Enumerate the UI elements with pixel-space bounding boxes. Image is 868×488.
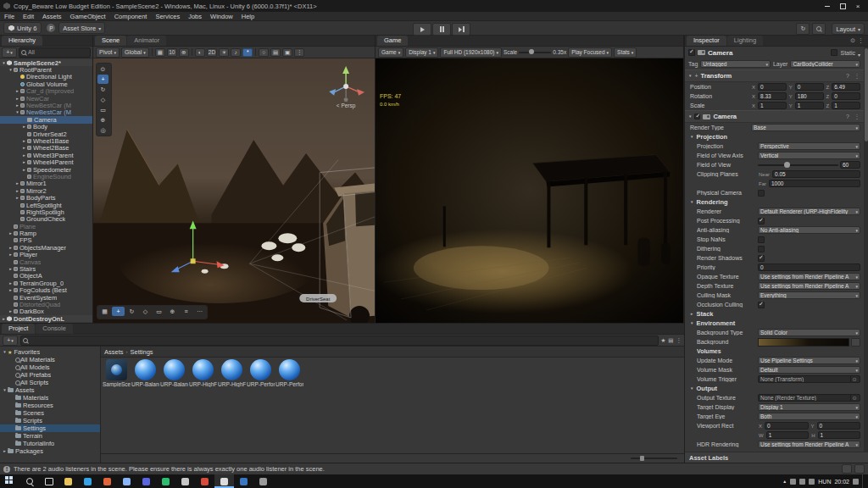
foldout-icon[interactable]: ►: [21, 125, 27, 129]
pinned-app-8[interactable]: [195, 474, 214, 488]
project-tree-scenes[interactable]: Scenes: [0, 409, 100, 417]
inspector-scrollbar[interactable]: [864, 47, 868, 452]
scale-slider[interactable]: [519, 52, 551, 53]
target-display-dropdown[interactable]: Display 1: [758, 403, 860, 411]
project-tree-all-prefabs[interactable]: All Prefabs: [0, 371, 100, 379]
target-eye-dropdown[interactable]: Both: [758, 413, 860, 420]
pinned-app-10[interactable]: [253, 474, 273, 488]
hierarchy-item-stairs[interactable]: ►Stairs: [0, 265, 92, 272]
hidden-objects-toggle-button[interactable]: ○: [259, 48, 269, 57]
active-checkbox[interactable]: [688, 49, 695, 56]
stop-nans-checkbox[interactable]: [758, 236, 765, 243]
menu-services[interactable]: Services: [151, 13, 184, 20]
volume-mask-dropdown[interactable]: Default: [758, 366, 860, 374]
project-tree-all-scripts[interactable]: All Scripts: [0, 379, 100, 386]
foldout-icon[interactable]: ▼: [1, 61, 7, 65]
project-search-input[interactable]: [20, 336, 659, 346]
priority-field[interactable]: 0: [758, 263, 860, 271]
pinned-app-4[interactable]: [117, 474, 136, 488]
foldout-icon[interactable]: ▼: [688, 74, 692, 78]
zoom-slider-thumb[interactable]: [640, 456, 644, 461]
tray-expand-icon[interactable]: ▲: [782, 479, 787, 484]
field-of-view-axis-dropdown[interactable]: Vertical: [758, 152, 860, 159]
menu-component[interactable]: Component: [110, 13, 152, 20]
render-mode-button[interactable]: ◐: [195, 48, 205, 57]
foldout-icon[interactable]: ▼: [14, 110, 20, 114]
menu-file[interactable]: File: [0, 13, 19, 20]
foldout-icon[interactable]: ►: [8, 288, 14, 292]
asset-urp-balanced[interactable]: URP-Balanced: [131, 359, 159, 387]
audio-toggle-button[interactable]: ♪: [231, 48, 241, 57]
foldout-icon[interactable]: ►: [690, 312, 693, 316]
asset-urp-highfid[interactable]: URP-HighFid...: [189, 359, 217, 387]
renderer-dropdown[interactable]: Default Renderer (URP-HighFidelity: [758, 208, 860, 215]
occlusion-culling-checkbox[interactable]: [758, 302, 765, 308]
field-of-view-slider[interactable]: [758, 164, 838, 166]
hierarchy-item-distortedquad[interactable]: DistortedQuad: [0, 301, 92, 308]
axis-field-y[interactable]: 1: [795, 102, 824, 109]
keyboard-language[interactable]: HUN: [818, 479, 831, 485]
render-type-dropdown[interactable]: Base: [751, 124, 860, 131]
menu-jobs[interactable]: Jobs: [184, 13, 206, 20]
close-button[interactable]: [853, 2, 863, 10]
project-tree-terrain[interactable]: Terrain: [0, 432, 100, 440]
kebab-menu-icon[interactable]: ⋮: [854, 73, 860, 80]
tab-scene[interactable]: Scene: [95, 36, 126, 46]
tab-lighting[interactable]: Lighting: [727, 36, 763, 46]
section-environment[interactable]: ▼Environment: [685, 319, 864, 328]
axis-field-z[interactable]: 1: [832, 102, 860, 109]
scrollbar-thumb[interactable]: [865, 48, 868, 141]
pinned-app-1[interactable]: [58, 474, 78, 488]
unity-editor[interactable]: [214, 474, 234, 488]
tab-inspector[interactable]: Inspector: [687, 36, 726, 46]
post-processing-checkbox[interactable]: [758, 218, 765, 225]
progress-indicator-icon[interactable]: [842, 464, 852, 474]
object-picker-icon[interactable]: ⊙: [850, 376, 858, 382]
asset-urp-highfid[interactable]: URP-HighFid...: [218, 359, 246, 387]
breadcrumb-settings[interactable]: Settings: [131, 348, 153, 356]
foldout-icon[interactable]: ►: [21, 153, 27, 158]
project-tree-all-materials[interactable]: All Materials: [0, 356, 100, 363]
unity-version-badge[interactable]: Unity 6: [3, 22, 42, 34]
search-button[interactable]: [19, 474, 39, 488]
layer-dropdown[interactable]: CarBodyCollider: [790, 60, 860, 68]
axis-field-z[interactable]: 6.49: [832, 83, 860, 91]
layout-dropdown[interactable]: Layout: [832, 23, 865, 35]
rotate-tool-button[interactable]: ↻: [97, 85, 108, 94]
stats-button[interactable]: Stats: [614, 47, 637, 58]
component-header-transform[interactable]: ▼+Transform?⋮: [685, 69, 864, 82]
tool-handle-space-dropdown[interactable]: Global: [121, 47, 149, 58]
foldout-icon[interactable]: ►: [21, 146, 27, 150]
dithering-checkbox[interactable]: [758, 246, 765, 252]
background-color-swatch[interactable]: [758, 338, 849, 347]
hierarchy-item-player[interactable]: ►Player: [0, 252, 92, 258]
pause-button[interactable]: [432, 23, 451, 36]
snap-settings-button[interactable]: ⊕: [166, 307, 179, 316]
task-view-button[interactable]: [39, 474, 58, 488]
breadcrumb-assets[interactable]: Assets: [104, 348, 124, 356]
foldout-icon[interactable]: ▼: [690, 321, 693, 325]
start-button[interactable]: [0, 474, 19, 488]
minimize-button[interactable]: [822, 2, 832, 10]
axis-field-x[interactable]: 8.33: [758, 92, 787, 100]
foldout-icon[interactable]: ▼: [690, 386, 693, 391]
foldout-icon[interactable]: ►: [21, 160, 27, 164]
foldout-icon[interactable]: ▼: [688, 114, 692, 119]
foldout-icon[interactable]: ►: [14, 97, 20, 101]
project-tree-tutorialinfo[interactable]: TutorialInfo: [0, 440, 100, 447]
component-header-camera[interactable]: ▼Camera?⋮: [685, 110, 864, 123]
project-tree-resources[interactable]: Resources: [0, 402, 100, 409]
perspective-label[interactable]: < Persp: [337, 103, 356, 109]
depth-texture-dropdown[interactable]: Use settings from Render Pipeline A: [758, 282, 860, 290]
asset-labels-section[interactable]: Asset Labels: [685, 452, 868, 463]
more-menu-button[interactable]: ⋮: [294, 48, 304, 57]
search-everywhere-icon[interactable]: [812, 23, 826, 35]
kebab-menu-icon[interactable]: ⋮: [858, 37, 864, 44]
project-tree-scripts[interactable]: Scripts: [0, 417, 100, 424]
grid-snap-button[interactable]: ▦: [155, 48, 165, 57]
overlay-more-button[interactable]: ⋯: [193, 307, 206, 316]
object-picker-icon[interactable]: ⊙: [850, 395, 858, 401]
mini-field-near[interactable]: 0.05: [772, 170, 860, 178]
project-tree-favorites[interactable]: ▼★Favorites: [0, 348, 100, 356]
foldout-icon[interactable]: ►: [14, 196, 20, 200]
